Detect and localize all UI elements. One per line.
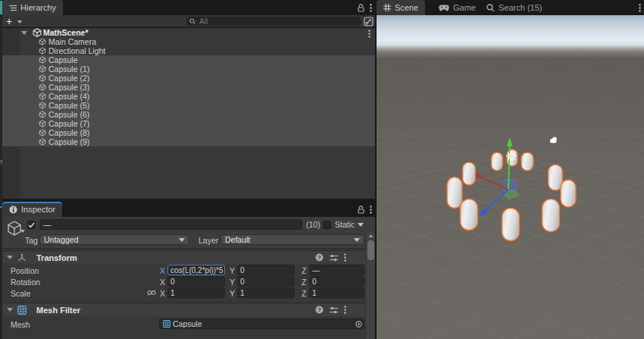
lock-icon[interactable] [358,206,364,214]
row-label: Rotation [11,278,40,287]
create-button[interactable]: + [6,15,12,27]
gameobject-header: — (10) Static Tag Untagged Layer Default [2,217,375,249]
gameobject-cube-icon [39,38,48,46]
active-checkbox[interactable] [27,221,36,229]
scene-icon [33,28,43,37]
tab-scene[interactable]: Scene [377,0,425,15]
mesh-object-field[interactable]: Capsule [159,319,364,329]
hierarchy-scene-row[interactable]: MathScene* [2,28,375,37]
mesh-filter-title: Mesh Filter [36,306,80,315]
hierarchy-item[interactable]: Directional Light [2,46,375,55]
item-label: Capsule (4) [48,92,89,101]
gameobject-cube-icon [39,83,48,91]
gameobject-cube-icon [39,47,48,55]
scene-viewport[interactable] [377,15,644,339]
foldout-icon[interactable] [21,31,27,35]
presets-icon[interactable] [330,254,338,262]
rotation-x-field[interactable]: 0 [167,276,225,287]
help-icon[interactable]: ? [315,306,324,314]
row-label: Position [11,266,39,275]
inspector-scrollbar[interactable] [365,232,375,339]
axis-z-label: Z [302,278,306,287]
tab-inspector[interactable]: Inspector [2,202,62,217]
axis-y-label: Y [230,278,235,287]
scene-tab-label: Scene [395,3,418,12]
kebab-menu-icon[interactable] [344,306,346,314]
search-tab-label: Search (15) [499,3,542,12]
kebab-menu-icon[interactable] [344,253,346,262]
axis-y-label: Y [230,266,235,275]
axis-y-label: Y [230,289,235,298]
hierarchy-item[interactable]: Capsule (8) [2,128,375,137]
hierarchy-panel: Hierarchy + All [2,0,375,202]
gameobject-cube-icon [39,102,48,109]
rotation-z-field[interactable]: 0 [309,276,364,287]
tab-search[interactable]: Search (15) [480,0,549,15]
presets-icon[interactable] [330,306,338,314]
foldout-icon[interactable] [7,256,13,259]
gameobject-icon[interactable] [6,220,23,237]
hierarchy-item[interactable]: Capsule (4) [2,92,375,101]
position-y-field[interactable]: 0 [237,265,295,275]
scale-z-field[interactable]: 1 [309,287,364,298]
hierarchy-item[interactable]: Capsule (3) [2,83,375,92]
hierarchy-item[interactable]: Capsule (5) [2,101,375,110]
gameobject-name-field[interactable]: — [39,219,302,230]
open-search-window-icon[interactable] [364,17,374,27]
tag-dropdown[interactable]: Untagged [39,234,189,245]
hierarchy-tab-label: Hierarchy [20,3,56,12]
info-icon [9,206,17,214]
layer-dropdown[interactable]: Default [220,234,364,245]
lock-icon[interactable] [358,4,364,12]
scrollbar-thumb[interactable] [367,240,374,260]
hierarchy-toolbar: + All [2,15,375,27]
mesh-filter-header[interactable]: Mesh Filter ? [2,303,375,316]
static-checkbox[interactable] [323,221,331,229]
hierarchy-item[interactable]: Capsule (9) [2,137,375,146]
position-z-field[interactable]: — [309,265,364,275]
axis-z-label: Z [302,266,306,275]
scene-name: MathScene* [43,28,89,37]
kebab-menu-icon[interactable] [370,206,372,214]
search-placeholder: All [199,17,208,26]
hierarchy-item[interactable]: Capsule (1) [2,64,375,74]
scale-x-field[interactable]: 1 [167,287,225,298]
hierarchy-item[interactable]: Capsule (6) [2,110,375,119]
item-label: Capsule [48,55,78,64]
scale-y-field[interactable]: 1 [237,287,295,298]
item-label: Capsule (9) [48,137,89,146]
hierarchy-item[interactable]: Capsule [2,55,375,64]
hierarchy-tree: MathScene*Main CameraDirectional LightCa… [2,28,375,200]
gameobject-cube-icon [39,129,48,137]
tab-game[interactable]: Game [432,0,483,15]
kebab-menu-icon[interactable] [370,4,372,12]
hierarchy-list-icon [9,5,17,11]
gameobject-cube-icon [39,74,48,82]
link-scale-icon[interactable] [147,290,156,296]
svg-text:?: ? [317,254,321,261]
kebab-menu-icon[interactable] [639,4,641,12]
layer-label: Layer [199,236,218,245]
scroll-up-arrow[interactable] [369,234,374,237]
item-label: Directional Light [48,46,105,55]
tag-label: Tag [25,236,38,245]
transform-header[interactable]: Transform ? [2,250,375,264]
tab-hierarchy[interactable]: Hierarchy [2,0,63,15]
axis-x-label: X [160,289,165,298]
hierarchy-item[interactable]: Capsule (2) [2,74,375,83]
foldout-icon[interactable] [7,308,13,312]
gameobject-cube-icon [39,111,48,118]
scene-tabbar: Scene Game Search (15) [377,0,644,15]
position-x-field[interactable]: cos(L(0,2*pi))*5 [167,265,225,275]
object-picker-icon[interactable] [353,319,364,328]
hierarchy-item[interactable]: Capsule (7) [2,119,375,128]
selection-count: (10) [306,220,320,229]
hierarchy-item[interactable]: Main Camera [2,37,375,46]
static-flags-caret[interactable] [358,223,364,227]
gameobject-icon-caret[interactable] [20,230,25,233]
hierarchy-search-input[interactable]: All [186,17,361,26]
item-label: Main Camera [48,37,96,46]
rotation-y-field[interactable]: 0 [237,276,295,287]
create-dropdown-caret[interactable] [17,20,22,24]
help-icon[interactable]: ? [315,253,324,262]
